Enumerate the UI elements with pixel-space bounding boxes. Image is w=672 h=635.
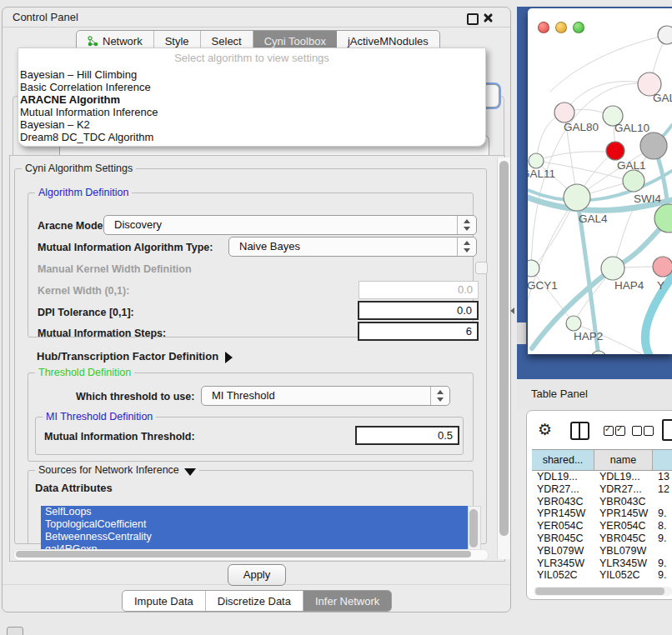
- dpi-tolerance-label: DPI Tolerance [0,1]:: [38, 307, 134, 318]
- table-cell: YER054C: [594, 520, 653, 532]
- gear-icon[interactable]: [538, 422, 552, 438]
- float-window-icon[interactable]: [467, 13, 479, 25]
- table-cell: YDL19...: [532, 471, 594, 483]
- table-cell: 13: [653, 471, 672, 483]
- network-node[interactable]: [591, 351, 606, 354]
- network-node[interactable]: [529, 153, 544, 168]
- network-node-label: GAL10: [614, 122, 649, 134]
- node-table[interactable]: shared...name YDL19...YDL19...13YDR27...…: [532, 449, 672, 587]
- data-attribute-item[interactable]: SelfLoops: [41, 506, 468, 518]
- mi-type-select[interactable]: Naive Bayes: [228, 237, 477, 257]
- mi-steps-label: Mutual Information Steps:: [38, 328, 166, 339]
- table-row[interactable]: YBR043CYBR043C: [532, 496, 672, 508]
- bottom-tab-discretize-data[interactable]: Discretize Data: [206, 591, 303, 611]
- network-node-label: HAP2: [574, 330, 603, 342]
- algorithm-option[interactable]: Bayesian – K2: [20, 118, 479, 131]
- table-panel-title: Table Panel: [531, 388, 588, 400]
- network-node[interactable]: [653, 257, 672, 277]
- table-cell: YDR27...: [594, 483, 653, 496]
- kernel-width-field[interactable]: 0.0: [359, 281, 479, 299]
- splitter-collapse-icon[interactable]: [510, 308, 514, 314]
- network-node-label: GAL80: [564, 121, 599, 133]
- checked-box-icon[interactable]: [615, 426, 625, 436]
- unchecked-box-icon[interactable]: [644, 426, 654, 436]
- table-cell: 9.: [653, 508, 672, 520]
- algorithm-option[interactable]: Bayesian – Hill Climbing: [20, 68, 479, 81]
- tab-label: jActiveMNodules: [348, 35, 429, 48]
- table-cell: YIL052C: [532, 569, 594, 582]
- scrollbar-thumb[interactable]: [535, 588, 664, 595]
- table-row[interactable]: YLR345WYLR345W9.: [532, 558, 672, 570]
- network-node[interactable]: [640, 132, 667, 159]
- network-node[interactable]: [528, 260, 539, 277]
- mi-steps-field[interactable]: 6: [358, 322, 479, 341]
- table-cell: YBR045C: [532, 532, 594, 545]
- table-cell: YIL052C: [594, 569, 653, 582]
- document-icon-partial[interactable]: [662, 419, 672, 441]
- mi-type-label: Mutual Information Algorithm Type:: [38, 242, 213, 253]
- network-node[interactable]: [566, 316, 581, 331]
- table-cell: 12: [653, 483, 672, 496]
- algorithm-option[interactable]: Basic Correlation Inference: [20, 81, 479, 93]
- manual-kernel-checkbox[interactable]: [475, 262, 488, 274]
- table-row[interactable]: YDR27...YDR27...12: [532, 483, 672, 496]
- tab-label: Select: [212, 35, 242, 48]
- data-attributes-list[interactable]: SelfLoopsTopologicalCoefficientBetweenne…: [41, 506, 468, 555]
- table-row[interactable]: YER054CYER054C8.: [532, 520, 672, 532]
- column-header[interactable]: shared...: [532, 450, 594, 470]
- table-cell: YBR043C: [532, 496, 594, 508]
- network-node[interactable]: [606, 142, 624, 160]
- bottom-tab-impute-data[interactable]: Impute Data: [123, 591, 206, 611]
- minimized-corner-icon[interactable]: [7, 627, 23, 635]
- spinner-arrows-icon[interactable]: [457, 216, 476, 234]
- scrollbar-thumb[interactable]: [16, 551, 471, 558]
- hub-definition-toggle[interactable]: Hub/Transcription Factor Definition: [37, 350, 233, 363]
- algorithm-option[interactable]: Mutual Information Inference: [20, 106, 479, 118]
- kernel-width-label: Kernel Width (0,1):: [38, 285, 129, 297]
- table-cell: YDR27...: [532, 483, 594, 496]
- column-header[interactable]: name: [594, 450, 653, 470]
- bottom-tab-infer-network[interactable]: Infer Network: [303, 591, 391, 611]
- table-cell: YER054C: [532, 520, 594, 532]
- column-header[interactable]: [653, 450, 672, 470]
- collapse-down-icon: [184, 468, 196, 476]
- apply-button[interactable]: Apply: [228, 564, 286, 586]
- network-node[interactable]: [564, 184, 590, 211]
- network-canvas[interactable]: GALGAL80GAL10GAL11GAL1SWI4GAL4GCY1HAP4YH…: [528, 23, 672, 354]
- table-row[interactable]: YIL052CYIL052C9.: [532, 569, 672, 582]
- dpi-tolerance-field[interactable]: 0.0: [358, 301, 479, 320]
- table-row[interactable]: YBL079WYBL079W: [532, 545, 672, 558]
- spinner-arrows-icon[interactable]: [457, 238, 476, 256]
- data-attributes-label: Data Attributes: [35, 482, 113, 494]
- close-icon[interactable]: [483, 12, 493, 22]
- aracne-mode-value: Discovery: [114, 218, 162, 231]
- algorithm-option[interactable]: ARACNE Algorithm: [20, 93, 479, 106]
- spinner-arrows-icon[interactable]: [430, 387, 449, 405]
- scrollbar-thumb[interactable]: [469, 509, 478, 548]
- table-cell: YLR345W: [532, 558, 594, 570]
- which-threshold-select[interactable]: MI Threshold: [201, 386, 450, 406]
- table-cell: YBL079W: [532, 545, 594, 558]
- table-row[interactable]: YPR145WYPR145W9.: [532, 508, 672, 520]
- algorithm-option[interactable]: Dream8 DC_TDC Algorithm: [20, 131, 479, 143]
- scrollbar-thumb[interactable]: [499, 161, 509, 536]
- network-node[interactable]: [623, 170, 644, 192]
- sources-title[interactable]: Sources for Network Inference: [35, 464, 199, 476]
- table-row[interactable]: YBR045CYBR045C9.: [532, 532, 672, 545]
- network-node[interactable]: [601, 257, 624, 280]
- unchecked-box-icon[interactable]: [632, 426, 642, 436]
- settings-vertical-scrollbar[interactable]: [497, 158, 510, 559]
- aracne-mode-label: Aracne Mode:: [38, 220, 107, 232]
- mi-threshold-field[interactable]: 0.5: [355, 426, 459, 445]
- table-horizontal-scrollbar[interactable]: [534, 587, 672, 596]
- columns-icon[interactable]: [570, 422, 589, 440]
- data-attribute-item[interactable]: BetweennessCentrality: [41, 531, 468, 543]
- data-attribute-item[interactable]: TopologicalCoefficient: [41, 518, 468, 531]
- network-node[interactable]: [554, 102, 574, 122]
- aracne-mode-select[interactable]: Discovery: [103, 215, 477, 235]
- checked-box-icon[interactable]: [604, 426, 614, 436]
- settings-horizontal-scrollbar[interactable]: [13, 549, 489, 561]
- network-edge: [531, 268, 574, 323]
- table-row[interactable]: YDL19...YDL19...13: [532, 471, 672, 483]
- network-node[interactable]: [658, 26, 672, 44]
